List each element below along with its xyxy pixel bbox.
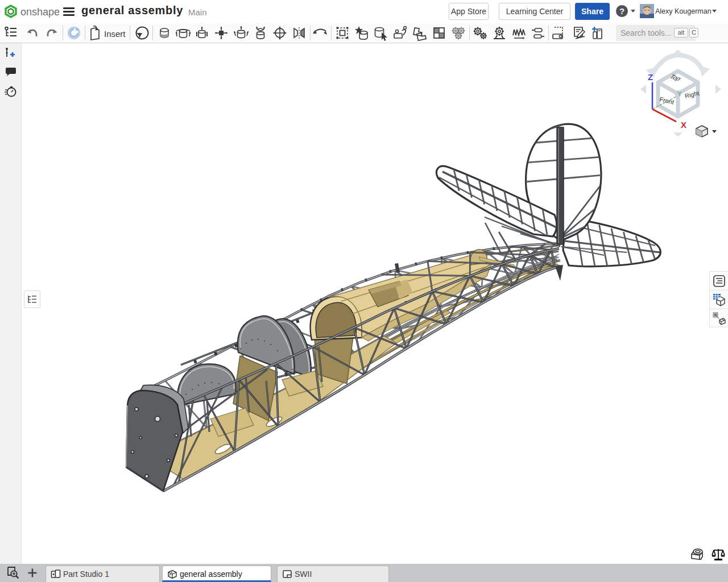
svg-text:X: X [681, 120, 686, 130]
svg-text:Y: Y [677, 90, 682, 97]
svg-text:onshape: onshape [20, 6, 60, 18]
svg-text:Z: Z [648, 72, 653, 82]
